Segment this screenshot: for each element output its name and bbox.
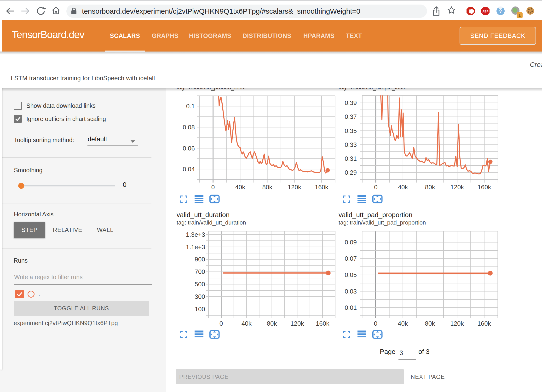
svg-text:0.03: 0.03	[345, 288, 357, 295]
svg-text:120k: 120k	[450, 320, 464, 327]
svg-text:valid_utt_duration: valid_utt_duration	[177, 211, 230, 219]
svg-text:120k: 120k	[450, 184, 464, 191]
svg-text:0.37: 0.37	[345, 113, 357, 120]
svg-text:0.31: 0.31	[345, 155, 357, 162]
svg-text:300: 300	[195, 293, 205, 300]
svg-text:0.08: 0.08	[183, 124, 195, 131]
svg-text:V: V	[499, 9, 502, 14]
svg-text:40k: 40k	[235, 184, 245, 191]
svg-text:160k: 160k	[477, 320, 491, 327]
svg-text:0.05: 0.05	[345, 271, 357, 278]
svg-text:700: 700	[195, 268, 205, 275]
svg-text:valid_utt_pad_proportion: valid_utt_pad_proportion	[339, 211, 412, 219]
svg-text:160k: 160k	[316, 320, 329, 327]
svg-text:0.07: 0.07	[345, 255, 357, 262]
svg-text:0.39: 0.39	[345, 99, 357, 106]
svg-text:tag: train/valid_utt_pad_propo: tag: train/valid_utt_pad_proportion	[339, 219, 426, 226]
svg-text:1: 1	[519, 13, 521, 17]
svg-text:0: 0	[374, 184, 377, 191]
svg-text:0.06: 0.06	[183, 145, 195, 152]
svg-text:160k: 160k	[478, 184, 491, 191]
svg-text:80k: 80k	[425, 184, 435, 191]
svg-text:120k: 120k	[288, 184, 301, 191]
svg-text:120k: 120k	[290, 320, 304, 327]
svg-text:tag: train/valid_utt_duration: tag: train/valid_utt_duration	[177, 219, 246, 226]
svg-text:0.29: 0.29	[345, 169, 357, 176]
svg-text:40k: 40k	[398, 184, 408, 191]
svg-text:0.01: 0.01	[345, 304, 357, 311]
svg-text:80k: 80k	[267, 320, 277, 327]
svg-text:1.1e+3: 1.1e+3	[186, 243, 205, 251]
svg-text:0.33: 0.33	[345, 141, 357, 148]
svg-text:40k: 40k	[398, 320, 408, 327]
svg-text:40k: 40k	[242, 320, 252, 327]
svg-text:900: 900	[195, 256, 205, 263]
svg-text:ABP: ABP	[482, 10, 488, 13]
svg-text:0.04: 0.04	[183, 166, 195, 173]
svg-text:1.3e+3: 1.3e+3	[186, 231, 205, 238]
svg-text:100: 100	[195, 306, 205, 313]
svg-text:80k: 80k	[262, 184, 273, 191]
svg-text:0.35: 0.35	[345, 127, 357, 134]
svg-text:160k: 160k	[315, 184, 329, 191]
svg-text:500: 500	[195, 281, 205, 288]
svg-text:0: 0	[211, 184, 215, 191]
svg-text:0.1: 0.1	[186, 103, 195, 110]
svg-text:0: 0	[219, 320, 223, 327]
svg-text:0.09: 0.09	[345, 239, 357, 246]
svg-text:80k: 80k	[425, 320, 435, 327]
svg-text:0: 0	[374, 320, 377, 327]
